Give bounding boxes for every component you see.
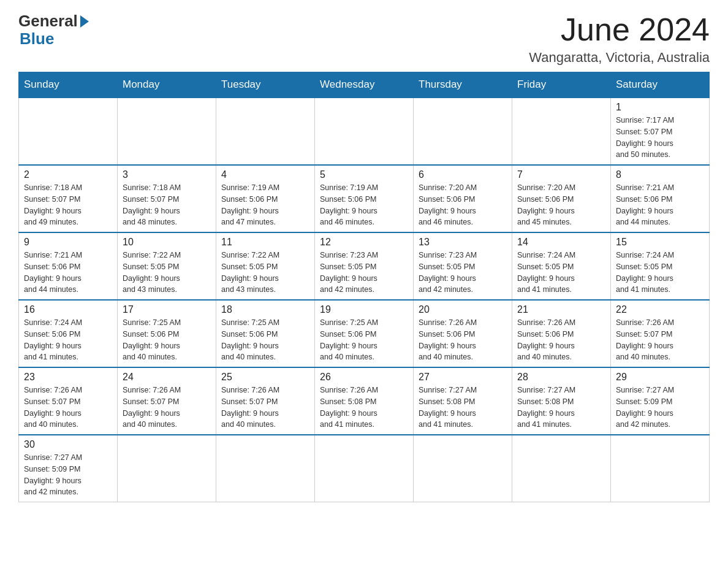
day-info: Sunrise: 7:26 AMSunset: 5:07 PMDaylight:… bbox=[221, 385, 309, 431]
day-of-week-header: Monday bbox=[118, 72, 216, 98]
day-info: Sunrise: 7:27 AMSunset: 5:09 PMDaylight:… bbox=[24, 452, 112, 498]
calendar-table: SundayMondayTuesdayWednesdayThursdayFrid… bbox=[18, 72, 710, 502]
calendar-day-cell bbox=[414, 435, 512, 502]
day-number: 21 bbox=[517, 304, 605, 315]
calendar-day-cell: 3Sunrise: 7:18 AMSunset: 5:07 PMDaylight… bbox=[118, 165, 216, 232]
day-info: Sunrise: 7:23 AMSunset: 5:05 PMDaylight:… bbox=[320, 250, 408, 296]
day-number: 8 bbox=[616, 169, 704, 180]
day-number: 30 bbox=[24, 439, 112, 450]
day-info: Sunrise: 7:25 AMSunset: 5:06 PMDaylight:… bbox=[320, 317, 408, 363]
day-info: Sunrise: 7:26 AMSunset: 5:08 PMDaylight:… bbox=[320, 385, 408, 431]
day-number: 1 bbox=[616, 102, 704, 113]
calendar-day-cell: 13Sunrise: 7:23 AMSunset: 5:05 PMDayligh… bbox=[414, 232, 512, 300]
day-number: 18 bbox=[221, 304, 309, 315]
day-number: 10 bbox=[123, 237, 211, 248]
day-info: Sunrise: 7:25 AMSunset: 5:06 PMDaylight:… bbox=[221, 317, 309, 363]
page-header: General Blue June 2024 Wangaratta, Victo… bbox=[18, 12, 710, 66]
calendar-day-cell: 6Sunrise: 7:20 AMSunset: 5:06 PMDaylight… bbox=[414, 165, 512, 232]
day-number: 3 bbox=[123, 169, 211, 180]
calendar-day-cell: 27Sunrise: 7:27 AMSunset: 5:08 PMDayligh… bbox=[414, 367, 512, 435]
day-info: Sunrise: 7:26 AMSunset: 5:06 PMDaylight:… bbox=[419, 317, 507, 363]
logo-blue-text: Blue bbox=[20, 30, 54, 48]
page-subtitle: Wangaratta, Victoria, Australia bbox=[529, 50, 710, 66]
day-info: Sunrise: 7:23 AMSunset: 5:05 PMDaylight:… bbox=[419, 250, 507, 296]
day-number: 29 bbox=[616, 372, 704, 383]
day-info: Sunrise: 7:18 AMSunset: 5:07 PMDaylight:… bbox=[24, 182, 112, 228]
calendar-day-cell: 30Sunrise: 7:27 AMSunset: 5:09 PMDayligh… bbox=[19, 435, 118, 502]
calendar-day-cell: 1Sunrise: 7:17 AMSunset: 5:07 PMDaylight… bbox=[611, 98, 710, 165]
calendar-week-row: 9Sunrise: 7:21 AMSunset: 5:06 PMDaylight… bbox=[19, 232, 710, 300]
day-info: Sunrise: 7:17 AMSunset: 5:07 PMDaylight:… bbox=[616, 115, 704, 161]
calendar-week-row: 2Sunrise: 7:18 AMSunset: 5:07 PMDaylight… bbox=[19, 165, 710, 232]
day-of-week-header: Thursday bbox=[414, 72, 512, 98]
title-block: June 2024 Wangaratta, Victoria, Australi… bbox=[529, 12, 710, 66]
calendar-body: 1Sunrise: 7:17 AMSunset: 5:07 PMDaylight… bbox=[19, 98, 710, 502]
day-number: 2 bbox=[24, 169, 112, 180]
day-info: Sunrise: 7:25 AMSunset: 5:06 PMDaylight:… bbox=[123, 317, 211, 363]
calendar-day-cell: 9Sunrise: 7:21 AMSunset: 5:06 PMDaylight… bbox=[19, 232, 118, 300]
day-number: 11 bbox=[221, 237, 309, 248]
calendar-day-cell bbox=[512, 98, 611, 165]
calendar-day-cell bbox=[118, 98, 216, 165]
calendar-day-cell: 22Sunrise: 7:26 AMSunset: 5:07 PMDayligh… bbox=[611, 300, 710, 367]
day-info: Sunrise: 7:26 AMSunset: 5:06 PMDaylight:… bbox=[517, 317, 605, 363]
calendar-day-cell: 19Sunrise: 7:25 AMSunset: 5:06 PMDayligh… bbox=[315, 300, 414, 367]
logo-arrow-icon bbox=[80, 15, 89, 28]
day-number: 17 bbox=[123, 304, 211, 315]
day-number: 25 bbox=[221, 372, 309, 383]
calendar-day-cell: 18Sunrise: 7:25 AMSunset: 5:06 PMDayligh… bbox=[216, 300, 315, 367]
calendar-day-cell bbox=[216, 98, 315, 165]
calendar-day-cell: 12Sunrise: 7:23 AMSunset: 5:05 PMDayligh… bbox=[315, 232, 414, 300]
calendar-week-row: 30Sunrise: 7:27 AMSunset: 5:09 PMDayligh… bbox=[19, 435, 710, 502]
day-of-week-header: Wednesday bbox=[315, 72, 414, 98]
day-info: Sunrise: 7:26 AMSunset: 5:07 PMDaylight:… bbox=[123, 385, 211, 431]
calendar-day-cell bbox=[19, 98, 118, 165]
day-of-week-header: Saturday bbox=[611, 72, 710, 98]
day-number: 5 bbox=[320, 169, 408, 180]
calendar-day-cell: 17Sunrise: 7:25 AMSunset: 5:06 PMDayligh… bbox=[118, 300, 216, 367]
day-number: 19 bbox=[320, 304, 408, 315]
calendar-day-cell: 24Sunrise: 7:26 AMSunset: 5:07 PMDayligh… bbox=[118, 367, 216, 435]
day-of-week-header: Tuesday bbox=[216, 72, 315, 98]
day-number: 4 bbox=[221, 169, 309, 180]
calendar-day-cell bbox=[216, 435, 315, 502]
calendar-day-cell: 10Sunrise: 7:22 AMSunset: 5:05 PMDayligh… bbox=[118, 232, 216, 300]
calendar-day-cell bbox=[315, 435, 414, 502]
calendar-day-cell bbox=[611, 435, 710, 502]
calendar-day-cell: 7Sunrise: 7:20 AMSunset: 5:06 PMDaylight… bbox=[512, 165, 611, 232]
calendar-day-cell: 29Sunrise: 7:27 AMSunset: 5:09 PMDayligh… bbox=[611, 367, 710, 435]
day-number: 20 bbox=[419, 304, 507, 315]
day-number: 23 bbox=[24, 372, 112, 383]
calendar-day-cell bbox=[414, 98, 512, 165]
day-number: 27 bbox=[419, 372, 507, 383]
day-info: Sunrise: 7:24 AMSunset: 5:05 PMDaylight:… bbox=[517, 250, 605, 296]
day-number: 24 bbox=[123, 372, 211, 383]
calendar-day-cell: 20Sunrise: 7:26 AMSunset: 5:06 PMDayligh… bbox=[414, 300, 512, 367]
day-number: 6 bbox=[419, 169, 507, 180]
day-number: 14 bbox=[517, 237, 605, 248]
header-row: SundayMondayTuesdayWednesdayThursdayFrid… bbox=[19, 72, 710, 98]
day-number: 7 bbox=[517, 169, 605, 180]
day-info: Sunrise: 7:27 AMSunset: 5:09 PMDaylight:… bbox=[616, 385, 704, 431]
calendar-week-row: 23Sunrise: 7:26 AMSunset: 5:07 PMDayligh… bbox=[19, 367, 710, 435]
day-info: Sunrise: 7:19 AMSunset: 5:06 PMDaylight:… bbox=[320, 182, 408, 228]
calendar-week-row: 1Sunrise: 7:17 AMSunset: 5:07 PMDaylight… bbox=[19, 98, 710, 165]
day-info: Sunrise: 7:24 AMSunset: 5:06 PMDaylight:… bbox=[24, 317, 112, 363]
calendar-day-cell bbox=[315, 98, 414, 165]
calendar-day-cell: 26Sunrise: 7:26 AMSunset: 5:08 PMDayligh… bbox=[315, 367, 414, 435]
day-info: Sunrise: 7:27 AMSunset: 5:08 PMDaylight:… bbox=[419, 385, 507, 431]
calendar-day-cell bbox=[512, 435, 611, 502]
calendar-day-cell: 8Sunrise: 7:21 AMSunset: 5:06 PMDaylight… bbox=[611, 165, 710, 232]
day-info: Sunrise: 7:26 AMSunset: 5:07 PMDaylight:… bbox=[616, 317, 704, 363]
day-number: 9 bbox=[24, 237, 112, 248]
day-info: Sunrise: 7:22 AMSunset: 5:05 PMDaylight:… bbox=[221, 250, 309, 296]
day-info: Sunrise: 7:21 AMSunset: 5:06 PMDaylight:… bbox=[616, 182, 704, 228]
calendar-day-cell: 2Sunrise: 7:18 AMSunset: 5:07 PMDaylight… bbox=[19, 165, 118, 232]
calendar-day-cell: 28Sunrise: 7:27 AMSunset: 5:08 PMDayligh… bbox=[512, 367, 611, 435]
calendar-day-cell: 14Sunrise: 7:24 AMSunset: 5:05 PMDayligh… bbox=[512, 232, 611, 300]
day-number: 16 bbox=[24, 304, 112, 315]
calendar-day-cell: 25Sunrise: 7:26 AMSunset: 5:07 PMDayligh… bbox=[216, 367, 315, 435]
calendar-day-cell: 5Sunrise: 7:19 AMSunset: 5:06 PMDaylight… bbox=[315, 165, 414, 232]
day-number: 13 bbox=[419, 237, 507, 248]
calendar-day-cell: 4Sunrise: 7:19 AMSunset: 5:06 PMDaylight… bbox=[216, 165, 315, 232]
